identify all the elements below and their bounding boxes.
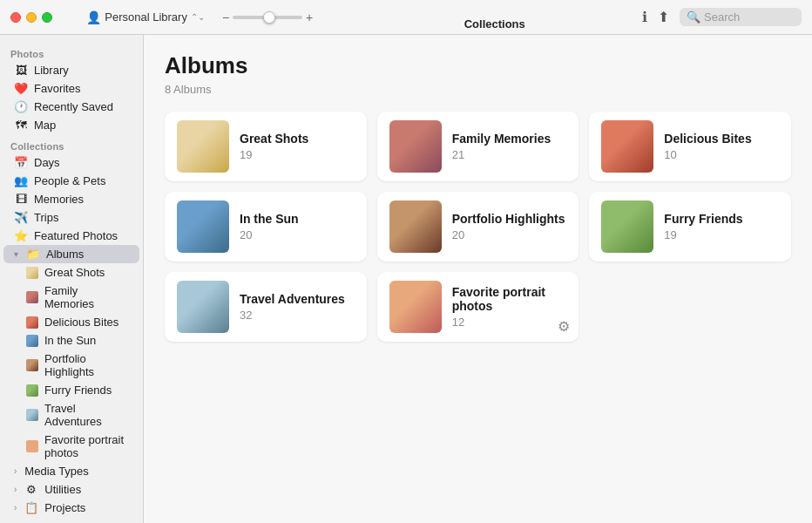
sidebar-subitem-furry-friends[interactable]: Furry Friends: [3, 381, 139, 399]
sidebar-item-label: People & Pets: [34, 174, 105, 187]
page-title: Albums: [165, 52, 791, 79]
sidebar-item-label: Days: [34, 156, 60, 169]
sidebar: Photos 🖼 Library ❤️ Favorites 🕐 Recently…: [0, 35, 144, 523]
chevron-down-icon: ▾: [14, 249, 18, 259]
slider-track[interactable]: [233, 16, 302, 19]
map-icon: 🗺: [14, 119, 28, 132]
album-card-favorite-portrait[interactable]: Favorite portrait photos 12 ⚙: [377, 272, 579, 342]
album-name: Favorite portrait photos: [452, 285, 567, 313]
sidebar-subitem-delicious-bites[interactable]: Delicious Bites: [3, 313, 139, 331]
album-thumb-great-shots: [26, 267, 38, 279]
album-count: 20: [240, 228, 355, 241]
sidebar-subitem-label: Delicious Bites: [44, 316, 118, 329]
album-thumb-delicious: [26, 316, 38, 329]
album-info: Favorite portrait photos 12: [452, 285, 567, 329]
sidebar-subitem-family-memories[interactable]: Family Memories: [3, 282, 139, 313]
featured-photos-icon: ⭐: [14, 229, 28, 242]
album-thumb-furry: [26, 384, 38, 397]
sidebar-item-favorites[interactable]: ❤️ Favorites: [3, 79, 139, 98]
album-name: Travel Adventures: [240, 292, 355, 306]
album-card-portfolio-highlights[interactable]: Portfolio Highlights 20: [377, 192, 579, 262]
sidebar-item-featured-photos[interactable]: ⭐ Featured Photos: [3, 227, 139, 245]
sidebar-item-label: Recently Saved: [34, 100, 113, 113]
album-info: Family Memories 21: [452, 132, 567, 161]
album-thumbnail: [389, 120, 442, 173]
main-layout: Photos 🖼 Library ❤️ Favorites 🕐 Recently…: [0, 35, 812, 523]
album-info: Delicious Bites 10: [664, 132, 779, 161]
search-input[interactable]: [704, 10, 791, 24]
sidebar-item-label: Projects: [44, 501, 85, 514]
sidebar-item-recently-saved[interactable]: 🕐 Recently Saved: [3, 98, 139, 116]
minimize-button[interactable]: [26, 12, 37, 23]
sidebar-item-library[interactable]: 🖼 Library: [3, 61, 139, 79]
info-button[interactable]: ℹ: [642, 9, 647, 25]
trips-icon: ✈️: [14, 211, 28, 224]
album-thumbnail: [389, 200, 442, 253]
sidebar-item-memories[interactable]: 🎞 Memories: [3, 190, 139, 208]
sidebar-item-albums[interactable]: ▾ 📁 Albums: [3, 245, 139, 263]
album-thumb-family: [26, 291, 38, 303]
toolbar-right: ℹ ⬆ 🔍: [642, 8, 802, 26]
sidebar-subitem-label: Favorite portrait photos: [44, 433, 129, 459]
album-name: Family Memories: [452, 132, 567, 146]
sidebar-subitem-portfolio[interactable]: Portfolio Highlights: [3, 350, 139, 381]
sharing-section-label: Sharing: [0, 517, 143, 523]
album-thumbnail: [177, 281, 229, 333]
person-icon: 👤: [86, 10, 101, 24]
sidebar-item-label: Map: [34, 119, 56, 132]
album-count: 12: [452, 316, 567, 329]
sidebar-item-label: Featured Photos: [34, 229, 118, 242]
album-card-in-the-sun[interactable]: In the Sun 20: [165, 192, 367, 262]
album-card-family-memories[interactable]: Family Memories 21: [377, 112, 579, 181]
sidebar-subitem-favorite-portrait[interactable]: Favorite portrait photos: [3, 431, 139, 462]
album-thumbnail: [177, 200, 229, 253]
sidebar-item-label: Library: [34, 64, 69, 77]
album-count: 19: [664, 228, 779, 241]
library-picker[interactable]: 👤 Personal Library ⌃⌄: [86, 10, 205, 24]
slider-knob[interactable]: [263, 11, 275, 24]
album-grid: Great Shots 19 Family Memories 21 Delici…: [165, 112, 791, 342]
sidebar-subitem-great-shots[interactable]: Great Shots: [3, 263, 139, 282]
album-thumb-in-sun: [26, 335, 38, 347]
sidebar-item-people-pets[interactable]: 👥 People & Pets: [3, 172, 139, 190]
thumbnail-size-slider[interactable]: − +: [222, 10, 313, 24]
sidebar-subitem-label: Travel Adventures: [44, 402, 129, 428]
sidebar-item-label: Media Types: [24, 465, 88, 478]
sidebar-item-media-types[interactable]: › Media Types: [3, 462, 139, 480]
album-count: 10: [664, 148, 779, 161]
utilities-icon: ⚙: [24, 483, 38, 496]
title-bar: 👤 Personal Library ⌃⌄ − + Collections ℹ …: [0, 0, 812, 35]
picker-chevron: ⌃⌄: [191, 12, 205, 22]
album-card-delicious-bites[interactable]: Delicious Bites 10: [589, 112, 791, 181]
sidebar-item-trips[interactable]: ✈️ Trips: [3, 208, 139, 227]
maximize-button[interactable]: [42, 12, 52, 23]
sidebar-item-label: Utilities: [44, 483, 81, 496]
sidebar-item-utilities[interactable]: › ⚙ Utilities: [3, 480, 139, 499]
sidebar-subitem-travel-adventures[interactable]: Travel Adventures: [3, 399, 139, 431]
sidebar-item-projects[interactable]: › 📋 Projects: [3, 499, 139, 517]
sidebar-subitem-in-the-sun[interactable]: In the Sun: [3, 331, 139, 350]
album-count: 32: [240, 309, 355, 322]
sidebar-item-days[interactable]: 📅 Days: [3, 153, 139, 172]
sidebar-subitem-label: Furry Friends: [44, 384, 112, 397]
album-thumbnail: [177, 120, 229, 173]
sidebar-item-map[interactable]: 🗺 Map: [3, 116, 139, 134]
search-box[interactable]: 🔍: [680, 8, 802, 26]
gear-icon[interactable]: ⚙: [558, 318, 570, 335]
share-button[interactable]: ⬆: [658, 9, 669, 25]
album-count: 20: [452, 228, 567, 241]
album-count: 19: [240, 148, 355, 161]
album-card-great-shots[interactable]: Great Shots 19: [165, 112, 367, 181]
album-thumb-portfolio: [26, 359, 38, 371]
album-card-furry-friends[interactable]: Furry Friends 19: [589, 192, 791, 262]
album-thumbnail: [601, 120, 653, 173]
album-info: Travel Adventures 32: [240, 292, 355, 322]
slider-plus-icon: +: [306, 10, 313, 24]
album-info: Great Shots 19: [240, 132, 355, 161]
sidebar-subitem-label: In the Sun: [44, 334, 96, 347]
sidebar-subitem-label: Portfolio Highlights: [44, 352, 129, 378]
album-card-travel-adventures[interactable]: Travel Adventures 32: [165, 272, 367, 342]
album-thumb-travel: [26, 409, 38, 421]
close-button[interactable]: [10, 12, 21, 23]
search-icon: 🔍: [687, 10, 700, 24]
